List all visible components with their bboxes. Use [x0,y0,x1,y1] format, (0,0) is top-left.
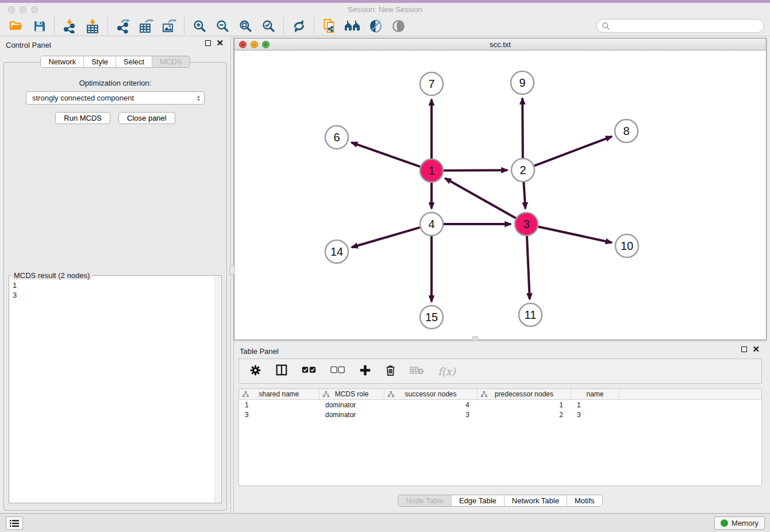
float-panel-icon[interactable] [205,40,211,46]
table-cell[interactable]: 3 [239,411,319,419]
optimization-criterion-label: Optimization criterion: [4,79,226,87]
zoom-fit-icon[interactable] [234,17,257,34]
clone-network-icon[interactable] [318,17,341,34]
network-window-titlebar[interactable]: × − + scc.txt [234,38,766,51]
task-history-button[interactable] [6,516,23,530]
close-panel-button[interactable]: Close panel [118,112,175,124]
memory-label: Memory [732,519,759,527]
zoom-out-icon[interactable] [211,17,234,34]
tab-style[interactable]: Style [83,56,116,67]
edge-3-11[interactable] [527,236,530,299]
list-icon [10,519,19,527]
column-type-icon [323,391,329,398]
tab-motifs[interactable]: Motifs [567,495,602,506]
export-image-icon[interactable] [157,17,180,34]
tab-edge-table[interactable]: Edge Table [451,495,504,506]
table-cell[interactable]: 1 [478,401,571,409]
table-cell[interactable]: 3 [384,411,478,419]
add-column-icon[interactable] [359,364,371,379]
node-label: 1 [428,164,434,177]
edge-2-8[interactable] [534,137,612,166]
mcds-result-text[interactable]: 13 [9,277,214,503]
table-toolbar: f(x) [238,358,762,384]
table-cell[interactable]: 2 [478,411,571,419]
window-title: Session: New Session [0,5,770,14]
table-cell[interactable]: 1 [571,401,619,409]
memory-status-icon [721,519,728,527]
tab-network-table[interactable]: Network Table [504,495,567,506]
criterion-select[interactable]: strongly connected component ▲▼ [26,91,205,105]
apply-style-icon[interactable] [364,17,387,34]
edge-3-1[interactable] [445,178,516,218]
table-row[interactable]: 3dominator323 [239,410,761,419]
edge-2-9[interactable] [522,98,523,158]
table-cell[interactable]: dominator [319,401,384,409]
column-type-icon [388,391,394,398]
toolbar-separator [283,18,284,34]
node-label: 10 [621,240,633,252]
column-header-predecessor-nodes[interactable]: predecessor nodes [478,389,571,399]
column-header-MCDS-role[interactable]: MCDS role [319,389,384,399]
mcds-result-box: MCDS result (2 nodes) 13 [9,275,222,503]
node-label: 2 [519,164,526,176]
criterion-value: strongly connected component [32,94,134,102]
edge-3-10[interactable] [538,226,612,242]
control-panel: Control Panel ✕ NetworkStyleSelectMCDS O… [0,36,230,513]
mcds-result-line: 1 [13,280,211,290]
function-builder-icon: f(x) [438,365,456,377]
save-session-icon[interactable] [28,17,51,34]
tab-network[interactable]: Network [41,56,83,67]
column-header-label: shared name [259,390,299,398]
edge-2-3[interactable] [523,182,525,209]
open-session-icon[interactable] [5,17,28,34]
network-canvas[interactable]: 7968124314101511 [234,51,766,340]
column-type-icon [242,391,249,398]
edge-1-2[interactable] [444,170,507,171]
scrollbar[interactable] [214,276,221,502]
close-panel-icon[interactable]: ✕ [752,346,760,352]
node-label: 14 [330,245,343,258]
table-cell[interactable]: 1 [239,401,319,409]
tab-select[interactable]: Select [116,56,152,67]
import-table-icon[interactable] [81,17,104,34]
column-header-name[interactable]: name [571,389,619,399]
search-input[interactable] [596,19,764,33]
zoom-in-icon[interactable] [188,17,211,34]
first-neighbors-icon[interactable] [341,17,364,34]
network-view-window: × − + scc.txt 7968124314101511 [234,38,767,340]
table-cell[interactable]: dominator [319,411,384,419]
splitter-grip[interactable] [229,265,235,275]
float-panel-icon[interactable] [741,346,747,352]
tab-mcds[interactable]: MCDS [152,56,189,67]
table-cell[interactable]: 3 [571,411,619,419]
table-cell[interactable]: 4 [384,401,478,409]
select-all-icon[interactable] [302,366,317,376]
delete-column-icon[interactable] [385,364,396,379]
show-hide-icon[interactable] [387,17,410,34]
edge-4-14[interactable] [352,228,420,248]
zoom-selected-icon[interactable] [257,17,280,34]
settings-gear-icon[interactable] [249,364,261,379]
table-row[interactable]: 1dominator411 [239,400,761,410]
tab-node-table[interactable]: Node Table [398,495,451,506]
column-header-label: successor nodes [405,390,456,398]
table-panel-title: Table Panel [240,347,279,356]
run-mcds-button[interactable]: Run MCDS [55,112,110,124]
memory-button[interactable]: Memory [714,516,765,530]
delete-table-icon [410,365,424,377]
node-table[interactable]: shared nameMCDS rolesuccessor nodesprede… [238,388,762,486]
column-header-successor-nodes[interactable]: successor nodes [384,389,478,399]
apply-layout-icon[interactable] [287,17,310,34]
edge-1-6[interactable] [351,142,420,167]
splitter-grip[interactable] [472,336,478,341]
column-header-shared-name[interactable]: shared name [239,389,319,399]
column-layout-icon[interactable] [275,364,288,379]
toolbar-separator [314,18,314,34]
export-network-icon[interactable] [111,17,134,34]
table-tabs: Node TableEdge TableNetwork TableMotifs [234,495,767,507]
export-table-icon[interactable] [134,17,157,34]
deselect-all-icon[interactable] [330,366,345,376]
node-label: 15 [425,311,438,323]
import-network-icon[interactable] [58,17,81,34]
close-panel-icon[interactable]: ✕ [216,40,224,46]
